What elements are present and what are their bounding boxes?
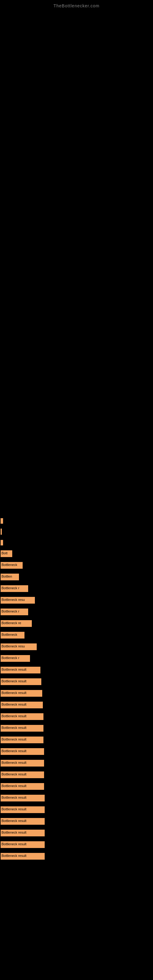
result-row-29: Bottleneck result — [0, 839, 153, 850]
result-row-9: Bottleneck r — [0, 606, 153, 618]
result-bar-21: Bottleneck result — [1, 748, 44, 755]
result-bar-3 — [1, 540, 3, 546]
result-bar-23: Bottleneck result — [1, 772, 44, 778]
result-row-7: Bottleneck r — [0, 583, 153, 595]
result-row-15: Bottleneck result — [0, 676, 153, 687]
result-row-6: Bottlen — [0, 571, 153, 583]
result-bar-6: Bottlen — [1, 574, 19, 580]
result-row-4: Bott — [0, 548, 153, 560]
result-row-20: Bottleneck result — [0, 734, 153, 746]
result-bar-15: Bottleneck result — [1, 678, 41, 685]
result-bar-5: Bottleneck — [1, 562, 22, 569]
result-bar-2 — [1, 528, 2, 535]
result-row-10: Bottleneck re — [0, 618, 153, 629]
result-row-27: Bottleneck result — [0, 816, 153, 827]
result-row-17: Bottleneck result — [0, 699, 153, 711]
result-bar-25: Bottleneck result — [1, 795, 45, 802]
site-header: TheBottlenecker.com — [0, 0, 153, 10]
main-black-area — [0, 10, 153, 515]
result-bar-16: Bottleneck result — [1, 690, 42, 697]
result-bar-24: Bottleneck result — [1, 783, 44, 790]
result-row-30: Bottleneck result — [0, 850, 153, 862]
result-row-2 — [0, 526, 153, 537]
result-bar-18: Bottleneck result — [1, 713, 43, 720]
result-bar-27: Bottleneck result — [1, 818, 45, 825]
result-bar-30: Bottleneck result — [1, 853, 45, 860]
result-row-3 — [0, 537, 153, 548]
result-bar-14: Bottleneck result — [1, 667, 40, 673]
result-row-18: Bottleneck result — [0, 711, 153, 722]
results-section: Bott Bottleneck Bottlen Bottleneck r Bot… — [0, 515, 153, 868]
result-row-16: Bottleneck result — [0, 687, 153, 699]
result-row-24: Bottleneck result — [0, 781, 153, 792]
result-bar-8: Bottleneck resu — [1, 597, 35, 604]
result-bar-4: Bott — [1, 550, 12, 557]
result-bar-1 — [1, 518, 3, 524]
result-row-1 — [0, 515, 153, 526]
result-row-11: Bottleneck — [0, 629, 153, 641]
result-row-25: Bottleneck result — [0, 792, 153, 804]
result-bar-13: Bottleneck r — [1, 655, 30, 662]
result-bar-11: Bottleneck — [1, 632, 24, 638]
result-row-21: Bottleneck result — [0, 746, 153, 757]
result-row-12: Bottleneck resu — [0, 641, 153, 652]
result-bar-20: Bottleneck result — [1, 737, 43, 743]
result-bar-22: Bottleneck result — [1, 760, 44, 767]
result-bar-17: Bottleneck result — [1, 702, 43, 708]
result-row-22: Bottleneck result — [0, 757, 153, 769]
result-bar-29: Bottleneck result — [1, 841, 45, 848]
result-bar-12: Bottleneck resu — [1, 643, 37, 650]
result-row-14: Bottleneck result — [0, 664, 153, 676]
result-bar-10: Bottleneck re — [1, 620, 32, 627]
result-row-19: Bottleneck result — [0, 722, 153, 734]
result-row-13: Bottleneck r — [0, 652, 153, 664]
result-bar-19: Bottleneck result — [1, 725, 43, 732]
result-bar-9: Bottleneck r — [1, 609, 28, 615]
site-title: TheBottlenecker.com — [54, 3, 100, 8]
result-bar-26: Bottleneck result — [1, 807, 45, 813]
result-row-23: Bottleneck result — [0, 769, 153, 781]
result-bar-7: Bottleneck r — [1, 585, 28, 592]
result-row-26: Bottleneck result — [0, 804, 153, 816]
result-row-8: Bottleneck resu — [0, 595, 153, 606]
result-row-28: Bottleneck result — [0, 827, 153, 839]
result-row-5: Bottleneck — [0, 560, 153, 571]
result-bar-28: Bottleneck result — [1, 830, 45, 836]
